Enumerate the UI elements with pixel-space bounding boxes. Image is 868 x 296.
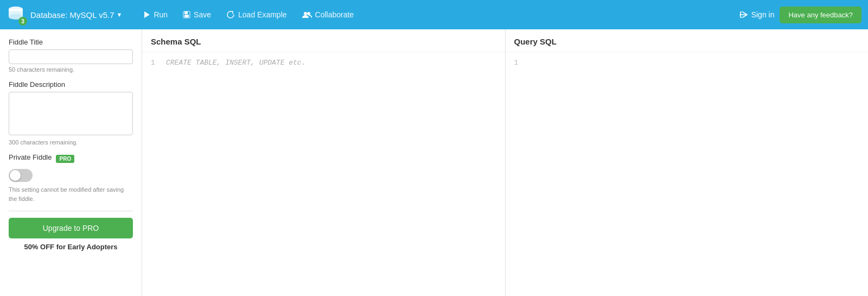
fiddle-title-field: Fiddle Title 50 characters remaining.: [9, 38, 133, 73]
header-left: 3 Database: MySQL v5.7 ▼ Run Save: [7, 5, 737, 24]
query-line-number: 1: [514, 59, 523, 289]
chevron-down-icon[interactable]: ▼: [117, 11, 123, 18]
private-fiddle-label: Private Fiddle: [9, 153, 52, 161]
schema-panel-title: Schema SQL: [142, 29, 505, 52]
app-header: 3 Database: MySQL v5.7 ▼ Run Save: [0, 0, 868, 29]
run-label: Run: [154, 10, 168, 19]
load-example-label: Load Example: [238, 10, 287, 19]
svg-marker-5: [144, 11, 150, 18]
fiddle-title-chars: 50 characters remaining.: [9, 66, 133, 73]
fiddle-title-input[interactable]: [9, 49, 133, 64]
query-panel: Query SQL 1: [506, 29, 869, 296]
collaborate-label: Collaborate: [315, 10, 354, 19]
svg-point-10: [307, 12, 310, 15]
divider: [9, 211, 133, 211]
save-label: Save: [194, 10, 211, 19]
sidebar: Fiddle Title 50 characters remaining. Fi…: [0, 29, 142, 296]
load-example-button[interactable]: Load Example: [219, 7, 295, 22]
fiddle-title-label: Fiddle Title: [9, 38, 133, 46]
sign-in-label: Sign in: [751, 10, 775, 19]
schema-line-number: 1: [151, 59, 159, 289]
fiddle-description-field: Fiddle Description 300 characters remain…: [9, 80, 133, 146]
schema-panel: Schema SQL 1 CREATE TABLE, INSERT, UPDAT…: [142, 29, 506, 296]
feedback-button[interactable]: Have any feedback?: [780, 7, 861, 23]
private-fiddle-toggle[interactable]: [9, 169, 33, 182]
run-button[interactable]: Run: [135, 7, 175, 22]
collaborate-button[interactable]: Collaborate: [295, 7, 362, 22]
fiddle-description-chars: 300 characters remaining.: [9, 139, 133, 146]
pro-badge: PRO: [56, 155, 74, 163]
fiddle-description-label: Fiddle Description: [9, 80, 133, 89]
db-title: Database: MySQL v5.7: [30, 10, 114, 20]
svg-rect-8: [184, 15, 189, 17]
setting-note: This setting cannot be modified after sa…: [9, 185, 133, 203]
header-right: Sign in Have any feedback?: [739, 7, 861, 23]
save-button[interactable]: Save: [175, 7, 219, 22]
query-code-area[interactable]: 1: [506, 52, 869, 296]
early-adopter-text: 50% OFF for Early Adopters: [9, 243, 133, 251]
schema-placeholder: CREATE TABLE, INSERT, UPDATE etc.: [166, 59, 305, 289]
query-panel-title: Query SQL: [506, 29, 869, 52]
fiddle-description-input[interactable]: [9, 92, 133, 135]
db-logo: 3: [7, 5, 26, 24]
svg-rect-7: [184, 11, 188, 14]
schema-code-area[interactable]: 1 CREATE TABLE, INSERT, UPDATE etc.: [142, 52, 505, 296]
main-content: Fiddle Title 50 characters remaining. Fi…: [0, 29, 868, 296]
sign-in-button[interactable]: Sign in: [739, 10, 775, 19]
private-fiddle-row: Private Fiddle PRO: [9, 153, 133, 165]
db-badge: 3: [18, 17, 27, 26]
toggle-knob: [10, 170, 21, 181]
upgrade-button[interactable]: Upgrade to PRO: [9, 218, 133, 238]
svg-point-9: [304, 12, 307, 15]
